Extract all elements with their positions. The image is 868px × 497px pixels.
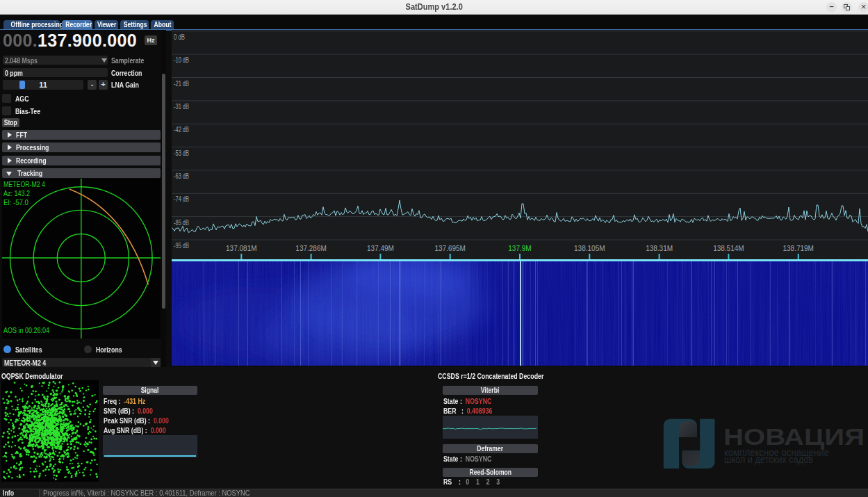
svg-text:-85 dB: -85 dB [174, 219, 189, 227]
svg-text:-31 dB: -31 dB [174, 103, 189, 111]
svg-text:-53 dB: -53 dB [174, 149, 189, 157]
svg-text:El: -57.0: El: -57.0 [3, 198, 28, 206]
svg-text:-42 dB: -42 dB [174, 126, 189, 133]
svg-text:137.9M: 137.9M [508, 245, 531, 252]
svg-text:138.514M: 138.514M [713, 245, 744, 252]
svg-text:138.105M: 138.105M [574, 245, 605, 252]
svg-text:137.081M: 137.081M [226, 245, 256, 252]
svg-text:137.286M: 137.286M [295, 245, 326, 252]
svg-text:0 dB: 0 dB [174, 33, 185, 41]
svg-text:-10 dB: -10 dB [174, 56, 189, 64]
svg-text:137.695M: 137.695M [434, 245, 465, 252]
svg-text:138.31M: 138.31M [646, 245, 673, 252]
svg-text:-74 dB: -74 dB [174, 195, 189, 203]
svg-text:METEOR-M2 4: METEOR-M2 4 [3, 180, 45, 188]
svg-text:школ и детских садов: школ и детских садов [724, 453, 813, 465]
svg-text:-95 dB: -95 dB [174, 242, 189, 250]
svg-text:Az: 143.2: Az: 143.2 [3, 189, 30, 197]
svg-text:138.719M: 138.719M [783, 245, 813, 252]
svg-text:-63 dB: -63 dB [174, 172, 189, 180]
svg-text:AOS in 00:26:04: AOS in 00:26:04 [3, 326, 49, 334]
svg-text:-21 dB: -21 dB [174, 80, 189, 88]
svg-text:137.49M: 137.49M [367, 245, 394, 252]
